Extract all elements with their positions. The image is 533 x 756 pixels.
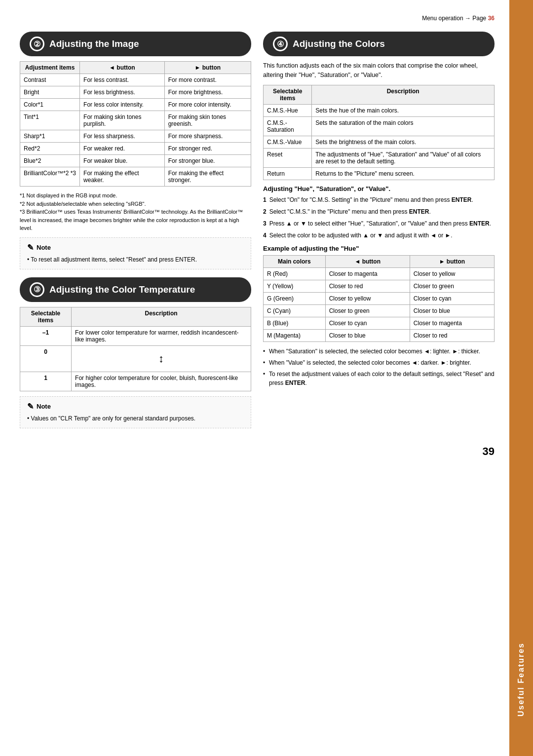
- col-selectable: Selectable items: [20, 307, 72, 326]
- table-cell: For making skin tones greenish.: [164, 111, 251, 130]
- table-cell: Closer to magenta: [325, 267, 410, 280]
- section3-table: Selectable items Description –1For lower…: [20, 307, 251, 391]
- table-cell: G (Green): [264, 292, 326, 304]
- section2-footnotes: *1 Not displayed in the RGB input mode. …: [20, 191, 251, 232]
- note-label: Note: [37, 244, 51, 251]
- table-cell: –1: [20, 326, 72, 345]
- table-cell: Closer to yellow: [325, 292, 410, 304]
- table-cell: For higher color temperature for cooler,…: [72, 372, 251, 391]
- section4-number: ④: [273, 37, 288, 51]
- table-row: C (Cyan)Closer to greenCloser to blue: [264, 304, 495, 317]
- table-cell: Closer to cyan: [325, 317, 410, 329]
- table-cell: Closer to cyan: [410, 292, 494, 304]
- table-cell: For less sharpness.: [80, 130, 165, 143]
- section2-heading: ② Adjusting the Image: [20, 32, 251, 56]
- footnote2: *2 Not adjustable/selectable when select…: [20, 200, 251, 208]
- step-text: Select "On" for "C.M.S. Setting" in the …: [269, 195, 473, 204]
- menu-op-page[interactable]: 36: [488, 15, 495, 22]
- section2-number: ②: [30, 37, 44, 51]
- table-cell: For more color intensity.: [164, 99, 251, 111]
- table-cell: For less color intensity.: [80, 99, 165, 111]
- table-cell: M (Magenta): [264, 329, 326, 341]
- table-cell: The adjustments of "Hue", "Saturation" a…: [312, 148, 495, 167]
- steps-list: 1Select "On" for "C.M.S. Setting" in the…: [263, 195, 495, 240]
- section3-note: ✎ Note • Values on "CLR Temp" are only f…: [20, 396, 251, 428]
- table-cell: For weaker blue.: [80, 155, 165, 167]
- section2-table: Adjustment items ◄ button ► button Contr…: [20, 61, 251, 187]
- table-row: B (Blue)Closer to cyanCloser to magenta: [264, 317, 495, 329]
- section2-note: ✎ Note • To reset all adjustment items, …: [20, 237, 251, 269]
- section3-number: ③: [30, 282, 44, 297]
- section2-note-title: ✎ Note: [27, 243, 244, 252]
- two-col-layout: ② Adjusting the Image Adjustment items ◄…: [20, 32, 495, 435]
- col-right-btn2: ► button: [410, 255, 494, 267]
- table-cell: C (Cyan): [264, 304, 326, 317]
- section3-title: Adjusting the Color Temperature: [49, 284, 195, 295]
- table-cell: Closer to red: [410, 329, 494, 341]
- list-item: 2Select "C.M.S." in the "Picture" menu a…: [263, 207, 495, 216]
- col-left-btn: ◄ button: [80, 62, 165, 74]
- right-column: ④ Adjusting the Colors This function adj…: [263, 32, 495, 435]
- table-cell: For making skin tones purplish.: [80, 111, 165, 130]
- page-number: 39: [20, 445, 495, 458]
- footnote3: *3 BrilliantColor™ uses Texas Instrument…: [20, 208, 251, 232]
- section4-intro: This function adjusts each of the six ma…: [263, 61, 495, 80]
- table-cell: 1: [20, 372, 72, 391]
- section3-heading: ③ Adjusting the Color Temperature: [20, 277, 251, 302]
- table-cell: R (Red): [264, 267, 326, 280]
- section2-note-text: • To reset all adjustment items, select …: [27, 255, 244, 264]
- list-item: 3Press ▲ or ▼ to select either "Hue", "S…: [263, 219, 495, 228]
- table-row: Blue*2For weaker blue.For stronger blue.: [20, 155, 251, 167]
- table-cell: Closer to magenta: [410, 317, 494, 329]
- table-cell: Closer to red: [325, 280, 410, 292]
- list-item: When "Value" is selected, the selected c…: [263, 358, 495, 367]
- table-cell: For lower color temperature for warmer, …: [72, 326, 251, 345]
- example-title: Example of adjusting the "Hue": [263, 245, 495, 252]
- table-cell: For weaker red.: [80, 143, 165, 155]
- table-row: G (Green)Closer to yellowCloser to cyan: [264, 292, 495, 304]
- menu-op-text: Menu operation → Page: [422, 15, 486, 22]
- table-cell: For making the effect weaker.: [80, 167, 165, 187]
- table-row: Color*1For less color intensity.For more…: [20, 99, 251, 111]
- step-number: 3: [263, 219, 266, 228]
- table-cell: C.M.S.-Saturation: [264, 116, 312, 136]
- table-cell: Closer to blue: [410, 304, 494, 317]
- table-row: BrilliantColor™*2 *3For making the effec…: [20, 167, 251, 187]
- col4-description: Description: [312, 85, 495, 104]
- table-cell: Contrast: [20, 74, 80, 86]
- table-cell: Closer to yellow: [410, 267, 494, 280]
- step-text: Select the color to be adjusted with ▲ o…: [269, 231, 453, 240]
- note-icon-3: ✎: [27, 402, 34, 411]
- col-left-btn2: ◄ button: [325, 255, 410, 267]
- table-cell: For stronger blue.: [164, 155, 251, 167]
- table-cell: Closer to blue: [325, 329, 410, 341]
- main-content: Menu operation → Page 36 ② Adjusting the…: [0, 0, 509, 756]
- section4-title: Adjusting the Colors: [293, 38, 385, 49]
- col4-selectable: Selectable items: [264, 85, 312, 104]
- page-container: Menu operation → Page 36 ② Adjusting the…: [0, 0, 533, 756]
- step-number: 4: [263, 231, 266, 240]
- table-row: Tint*1For making skin tones purplish.For…: [20, 111, 251, 130]
- right-tab: Useful Features: [509, 0, 533, 756]
- col-main-colors: Main colors: [264, 255, 326, 267]
- footnote1: *1 Not displayed in the RGB input mode.: [20, 191, 251, 200]
- table-cell: For less brightness.: [80, 86, 165, 99]
- table-cell: For more brightness.: [164, 86, 251, 99]
- table-cell: C.M.S.-Value: [264, 136, 312, 148]
- table-cell: BrilliantColor™*2 *3: [20, 167, 80, 187]
- table-row: 0↕: [20, 345, 251, 372]
- table-cell: Red*2: [20, 143, 80, 155]
- table-cell: Y (Yellow): [264, 280, 326, 292]
- table-cell: Sharp*1: [20, 130, 80, 143]
- table-row: BrightFor less brightness.For more brigh…: [20, 86, 251, 99]
- table-cell: C.M.S.-Hue: [264, 104, 312, 116]
- table-row: –1For lower color temperature for warmer…: [20, 326, 251, 345]
- list-item: 4Select the color to be adjusted with ▲ …: [263, 231, 495, 240]
- table-cell: Bright: [20, 86, 80, 99]
- table-row: Sharp*1For less sharpness.For more sharp…: [20, 130, 251, 143]
- section4-bullets: When "Saturation" is selected, the selec…: [263, 347, 495, 387]
- table-cell: Closer to green: [410, 280, 494, 292]
- table-cell: Closer to green: [325, 304, 410, 317]
- col-right-btn: ► button: [164, 62, 251, 74]
- right-tab-text: Useful Features: [517, 643, 526, 717]
